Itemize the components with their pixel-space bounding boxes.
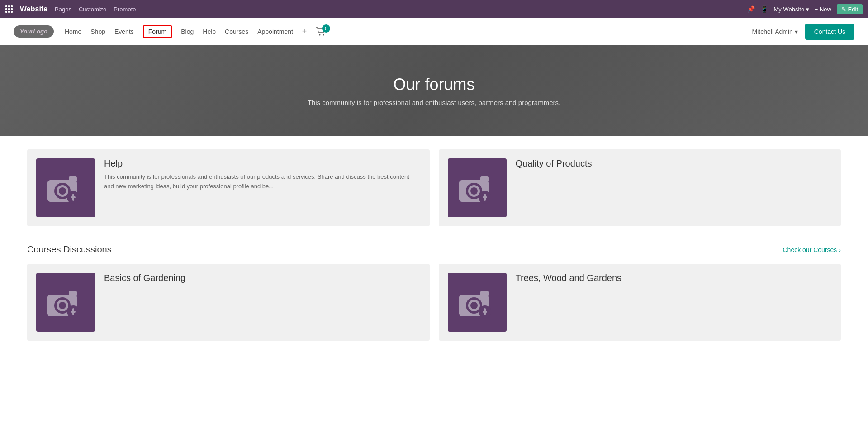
forum-card-help-title: Help [104, 158, 421, 169]
nav-blog[interactable]: Blog [181, 28, 194, 35]
forum-card-help-icon [36, 158, 95, 217]
admin-bar-title: Website [20, 5, 47, 13]
admin-bar-promote[interactable]: Promote [114, 6, 136, 13]
cart-count: 0 [322, 24, 330, 33]
user-label: Mitchell Admin ▾ [752, 28, 798, 35]
forum-card-help-body: Help This community is for professionals… [104, 158, 421, 191]
grid-icon[interactable] [5, 5, 13, 13]
forum-card-quality-title: Quality of Products [516, 158, 832, 169]
pin-icon[interactable]: 📌 [747, 5, 755, 13]
svg-point-0 [319, 34, 321, 35]
course-card-trees-wood-icon [448, 273, 507, 332]
forum-card-quality-icon [448, 158, 507, 217]
website-nav: YourLogo Home Shop Events Forum Blog Hel… [0, 18, 868, 45]
nav-left: YourLogo Home Shop Events Forum Blog Hel… [14, 25, 327, 38]
courses-section-title: Courses Discussions [27, 244, 112, 255]
my-website-button[interactable]: My Website ▾ [773, 6, 809, 13]
course-card-trees-wood-title: Trees, Wood and Gardens [516, 273, 832, 283]
course-card-trees-wood-body: Trees, Wood and Gardens [516, 273, 832, 283]
courses-section-header: Courses Discussions Check our Courses › [27, 244, 841, 255]
mobile-icon[interactable]: 📱 [760, 5, 768, 13]
main-content: Help This community is for professionals… [0, 136, 868, 354]
cart-icon[interactable]: 0 [316, 27, 327, 36]
course-card-basics-gardening[interactable]: Basics of Gardening [27, 264, 430, 341]
hero-title: Our forums [393, 75, 474, 94]
svg-point-13 [470, 187, 478, 195]
svg-rect-6 [69, 176, 77, 182]
course-card-trees-wood[interactable]: Trees, Wood and Gardens [439, 264, 841, 341]
svg-point-21 [59, 302, 66, 309]
forum-card-quality[interactable]: Quality of Products [439, 149, 841, 226]
nav-events[interactable]: Events [114, 28, 134, 35]
forum-card-quality-body: Quality of Products [516, 158, 832, 172]
svg-point-5 [59, 187, 66, 195]
svg-rect-17 [484, 194, 486, 201]
course-card-basics-gardening-icon [36, 273, 95, 332]
svg-rect-14 [480, 176, 489, 182]
courses-grid: Basics of Gardening Trees, Wood and Gard… [27, 264, 841, 341]
edit-button[interactable]: ✎ Edit [837, 4, 863, 14]
svg-rect-25 [72, 308, 74, 315]
logo[interactable]: YourLogo [14, 25, 54, 38]
hero-subtitle: This community is for professional and e… [308, 99, 560, 106]
admin-bar-pages[interactable]: Pages [55, 6, 71, 13]
forum-grid: Help This community is for professionals… [27, 149, 841, 226]
nav-links: Home Shop Events Forum Blog Help Courses… [65, 25, 327, 38]
hero-section: Our forums This community is for profess… [0, 45, 868, 136]
nav-courses[interactable]: Courses [225, 28, 248, 35]
forum-card-help-desc: This community is for professionals and … [104, 172, 421, 191]
svg-rect-9 [72, 194, 74, 201]
new-button[interactable]: + New [815, 6, 831, 13]
check-courses-link[interactable]: Check our Courses › [783, 246, 841, 253]
svg-point-1 [323, 34, 324, 35]
logo-text: YourLogo [20, 28, 47, 35]
svg-rect-33 [484, 308, 486, 315]
user-dropdown[interactable]: Mitchell Admin ▾ [752, 28, 798, 35]
admin-bar-left: Website Pages Customize Promote [5, 5, 136, 13]
nav-home[interactable]: Home [65, 28, 81, 35]
svg-rect-22 [69, 291, 77, 296]
chevron-right-icon: › [839, 246, 841, 253]
check-courses-label: Check our Courses [783, 246, 837, 253]
admin-bar-customize[interactable]: Customize [79, 6, 106, 13]
nav-appointment[interactable]: Appointment [257, 28, 293, 35]
admin-bar: Website Pages Customize Promote 📌 📱 My W… [0, 0, 868, 18]
contact-us-button[interactable]: Contact Us [805, 24, 854, 40]
svg-rect-30 [480, 291, 489, 296]
nav-forum[interactable]: Forum [143, 25, 172, 38]
course-card-basics-gardening-body: Basics of Gardening [104, 273, 421, 283]
admin-bar-right: 📌 📱 My Website ▾ + New ✎ Edit [747, 4, 863, 14]
nav-help[interactable]: Help [203, 28, 216, 35]
forum-card-help[interactable]: Help This community is for professionals… [27, 149, 430, 226]
nav-shop[interactable]: Shop [90, 28, 105, 35]
nav-add-icon[interactable]: + [302, 27, 307, 36]
svg-point-29 [470, 302, 478, 309]
nav-right: Mitchell Admin ▾ Contact Us [752, 24, 854, 40]
course-card-basics-gardening-title: Basics of Gardening [104, 273, 421, 283]
